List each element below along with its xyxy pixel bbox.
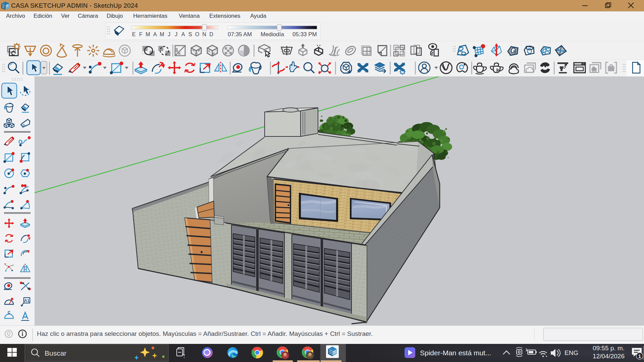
svg-text:S: S (189, 32, 192, 37)
svg-text:09:55 p. m.: 09:55 p. m. (593, 345, 625, 352)
svg-text:M: M (146, 32, 150, 37)
svg-text:Spider-Man está mut...: Spider-Man está mut... (420, 349, 491, 357)
svg-text:07:35 AM: 07:35 AM (228, 31, 252, 38)
svg-text:1: 1 (638, 353, 641, 359)
svg-text:N: N (202, 32, 206, 37)
svg-text:A1: A1 (24, 298, 30, 303)
svg-text:05:33 PM: 05:33 PM (292, 31, 317, 38)
svg-text:E: E (132, 32, 136, 37)
svg-text:J: J (175, 32, 177, 37)
svg-text:Mediodía: Mediodía (261, 31, 284, 38)
svg-text:Buscar: Buscar (45, 349, 66, 357)
svg-text:D: D (209, 32, 213, 37)
svg-text:O: O (195, 32, 199, 37)
svg-text:ENG: ENG (565, 349, 578, 356)
svg-text:C: C (8, 310, 10, 314)
svg-text:A: A (181, 32, 185, 37)
svg-text:F: F (139, 32, 143, 37)
svg-text:A: A (153, 32, 157, 37)
svg-text:J: J (168, 32, 170, 37)
svg-text:M: M (160, 32, 164, 37)
svg-text:12/04/2026: 12/04/2026 (593, 353, 625, 360)
